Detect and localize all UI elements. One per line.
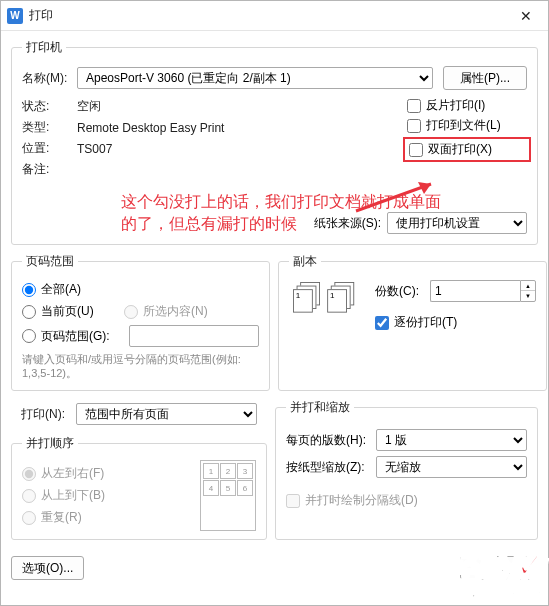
copies-group: 副本 321 321 份数(C): ▲▼ <box>278 253 547 391</box>
print-to-file-checkbox[interactable] <box>407 119 421 133</box>
range-pages-input[interactable] <box>129 325 259 347</box>
copies-input[interactable] <box>430 280 520 302</box>
paper-source-select[interactable]: 使用打印机设置 <box>387 212 527 234</box>
range-pages-radio[interactable] <box>22 329 36 343</box>
type-label: 类型: <box>22 119 77 136</box>
properties-button[interactable]: 属性(P)... <box>443 66 527 90</box>
range-hint: 请键入页码和/或用逗号分隔的页码范围(例如: 1,3,5-12)。 <box>22 352 259 380</box>
app-icon: W <box>7 8 23 24</box>
pages-per-sheet-select[interactable]: 1 版 <box>376 429 527 451</box>
pages-per-sheet-label: 每页的版数(H): <box>286 432 376 449</box>
order-ttb-label: 从上到下(B) <box>41 487 105 504</box>
order-ltr-radio <box>22 467 36 481</box>
print-what-label: 打印(N): <box>21 406 76 423</box>
range-current-label: 当前页(U) <box>41 303 119 320</box>
range-selection-label: 所选内容(N) <box>143 303 208 320</box>
window-title: 打印 <box>29 7 503 24</box>
comment-label: 备注: <box>22 161 77 178</box>
options-button[interactable]: 选项(O)... <box>11 556 84 580</box>
printer-legend: 打印机 <box>22 39 66 56</box>
zoom-legend: 并打和缩放 <box>286 399 354 416</box>
print-order-legend: 并打顺序 <box>22 435 78 452</box>
order-repeat-label: 重复(R) <box>41 509 82 526</box>
collate-checkbox[interactable] <box>375 316 389 330</box>
paper-source-label: 纸张来源(S): <box>314 215 381 232</box>
zoom-group: 并打和缩放 每页的版数(H):1 版 按纸型缩放(Z):无缩放 并打时绘制分隔线… <box>275 399 538 540</box>
location-label: 位置: <box>22 140 77 157</box>
status-value: 空闲 <box>77 98 101 115</box>
collate-preview-icon: 321 321 <box>293 282 358 313</box>
range-selection-radio <box>124 305 138 319</box>
order-ttb-radio <box>22 489 36 503</box>
scale-label: 按纸型缩放(Z): <box>286 459 376 476</box>
page-range-group: 页码范围 全部(A) 当前页(U) 所选内容(N) 页码范围(G): 请键入页码… <box>11 253 270 391</box>
range-current-radio[interactable] <box>22 305 36 319</box>
draw-lines-label: 并打时绘制分隔线(D) <box>305 492 418 509</box>
ok-button[interactable]: 确定 <box>460 556 538 580</box>
print-order-group: 并打顺序 从左到右(F) 从上到下(B) 重复(R) 123456 <box>11 435 267 540</box>
location-value: TS007 <box>77 142 112 156</box>
page-range-legend: 页码范围 <box>22 253 78 270</box>
duplex-label: 双面打印(X) <box>428 141 492 158</box>
order-preview-icon: 123456 <box>200 460 256 531</box>
reverse-print-label: 反片打印(I) <box>426 97 485 114</box>
order-repeat-radio <box>22 511 36 525</box>
copies-label: 份数(C): <box>375 283 430 300</box>
reverse-print-checkbox[interactable] <box>407 99 421 113</box>
copies-spinner[interactable]: ▲▼ <box>520 280 536 302</box>
type-value: Remote Desktop Easy Print <box>77 121 224 135</box>
range-all-label: 全部(A) <box>41 281 81 298</box>
printer-name-select[interactable]: ApeosPort-V 3060 (已重定向 2/副本 1) <box>77 67 433 89</box>
name-label: 名称(M): <box>22 70 77 87</box>
range-pages-label: 页码范围(G): <box>41 328 119 345</box>
print-to-file-label: 打印到文件(L) <box>426 117 501 134</box>
duplex-checkbox[interactable] <box>409 143 423 157</box>
collate-label: 逐份打印(T) <box>394 314 457 331</box>
printer-group: 打印机 名称(M): ApeosPort-V 3060 (已重定向 2/副本 1… <box>11 39 538 245</box>
copies-legend: 副本 <box>289 253 321 270</box>
close-button[interactable]: ✕ <box>503 1 548 31</box>
draw-lines-checkbox <box>286 494 300 508</box>
scale-select[interactable]: 无缩放 <box>376 456 527 478</box>
order-ltr-label: 从左到右(F) <box>41 465 104 482</box>
titlebar: W 打印 ✕ <box>1 1 548 31</box>
print-what-select[interactable]: 范围中所有页面 <box>76 403 257 425</box>
status-label: 状态: <box>22 98 77 115</box>
range-all-radio[interactable] <box>22 283 36 297</box>
